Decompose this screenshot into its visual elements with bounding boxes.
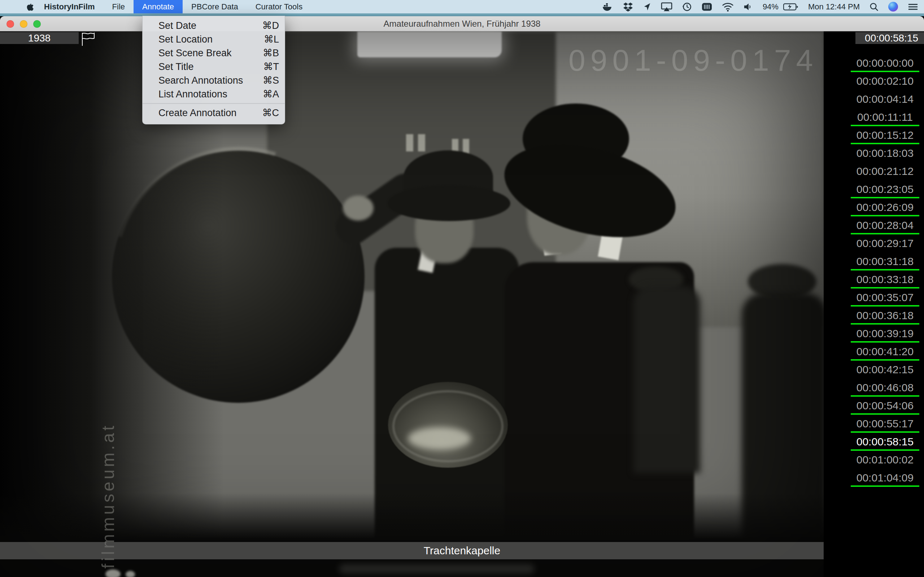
wifi-icon[interactable]: [722, 2, 734, 11]
dropbox-icon[interactable]: [623, 2, 633, 11]
menu-item-label: Create Annotation: [142, 108, 262, 119]
menu-item-set-title[interactable]: Set Title ⌘T: [142, 60, 285, 74]
timecode-row[interactable]: 00:01:04:09: [824, 469, 924, 487]
timecode-row[interactable]: 00:01:00:02: [824, 451, 924, 469]
flag-icon: [80, 31, 96, 47]
caption-text: Trachtenkapelle: [424, 542, 500, 559]
app-name[interactable]: HistoryInFilm: [40, 2, 99, 11]
year-badge: 1938: [0, 32, 79, 44]
menu-separator: [142, 103, 285, 104]
menu-item-shortcut: ⌘L: [264, 34, 285, 45]
menu-item-label: Search Annotations: [142, 75, 263, 86]
timecode-value: 00:00:39:19: [851, 327, 919, 340]
film-frame-code: 0901-09-0174: [569, 43, 824, 78]
timecode-row[interactable]: 00:00:42:15: [824, 361, 924, 379]
timecode-row[interactable]: 00:00:21:12: [824, 162, 924, 180]
timecode-value: 00:00:21:12: [851, 165, 919, 177]
timecode-value: 00:01:00:02: [851, 454, 919, 466]
video-player[interactable]: 0901-09-0174 © filmmuseum.at Trachtenkap…: [0, 31, 824, 577]
window-title: Amateuraufnahmen Wien, Frühjahr 1938: [0, 16, 924, 31]
menu-bar-left: HistoryInFilm File Annotate PBCore Data …: [0, 0, 311, 13]
time-machine-icon[interactable]: [682, 2, 692, 11]
timecode-row[interactable]: 00:00:55:17: [824, 415, 924, 433]
timecode-row[interactable]: 00:00:41:20: [824, 343, 924, 361]
menu-item-set-scene-break[interactable]: Set Scene Break ⌘B: [142, 46, 285, 60]
menu-bar-menus: File Annotate PBCore Data Curator Tools: [103, 0, 312, 13]
timecode-value: 00:00:31:18: [851, 255, 919, 268]
menu-item-shortcut: ⌘C: [262, 107, 285, 119]
timecode-value: 00:00:55:17: [851, 417, 919, 430]
timecode-value: 00:00:33:18: [851, 273, 919, 285]
timecode-row[interactable]: 00:00:46:08: [824, 379, 924, 397]
volume-icon[interactable]: [743, 2, 753, 11]
menu-item-create-annotation[interactable]: Create Annotation ⌘C: [142, 106, 285, 120]
desktop-background: [0, 13, 924, 16]
menu-item-shortcut: ⌘S: [263, 75, 285, 86]
timecode-value: 00:00:18:03: [851, 147, 919, 160]
airplay-icon[interactable]: [661, 2, 672, 11]
timecode-value: 00:00:04:14: [851, 93, 919, 105]
timecode-value: 00:00:23:05: [851, 183, 919, 195]
timecode-row[interactable]: 00:00:39:19: [824, 324, 924, 343]
scene-shape: [0, 31, 824, 577]
timecode-value: 00:00:02:10: [851, 75, 919, 87]
timecode-value: 00:00:42:15: [851, 364, 919, 376]
screen: HistoryInFilm File Annotate PBCore Data …: [0, 0, 924, 577]
menu-item-shortcut: ⌘T: [263, 61, 285, 73]
timecode-row[interactable]: 00:00:18:03: [824, 144, 924, 162]
timeline-sidebar: 00:00:58:15 00:00:00:00 00:00:02:10 00:0…: [824, 31, 924, 577]
window-title-bar: Amateuraufnahmen Wien, Frühjahr 1938: [0, 16, 924, 31]
menu-item-label: Set Location: [142, 34, 264, 45]
app-window: Amateuraufnahmen Wien, Frühjahr 1938: [0, 16, 924, 577]
timecode-row[interactable]: 00:00:02:10: [824, 72, 924, 90]
menu-bar-item-pbcore-data[interactable]: PBCore Data: [183, 0, 247, 13]
timecode-value: 00:00:46:08: [851, 382, 919, 394]
menu-item-set-date[interactable]: Set Date ⌘D: [142, 19, 285, 32]
apple-icon: [26, 2, 34, 11]
menu-item-shortcut: ⌘B: [263, 47, 285, 59]
timecode-row[interactable]: 00:00:11:11: [824, 108, 924, 126]
list-icon[interactable]: [908, 2, 918, 11]
timecode-row[interactable]: 00:00:00:00: [824, 54, 924, 72]
timecode-value: 00:00:54:06: [851, 400, 919, 412]
timecode-row[interactable]: 00:00:28:04: [824, 216, 924, 234]
location-icon[interactable]: [643, 2, 651, 11]
filmmuseum-watermark: © filmmuseum.at: [98, 280, 118, 577]
battery-icon[interactable]: [783, 2, 798, 11]
timecode-value: 00:00:11:11: [851, 111, 919, 123]
menu-item-search-annotations[interactable]: Search Annotations ⌘S: [142, 74, 285, 87]
timecode-row[interactable]: 00:00:58:15: [824, 433, 924, 451]
timecode-value: 00:00:28:04: [851, 219, 919, 232]
timecode-row[interactable]: 00:00:36:18: [824, 306, 924, 324]
current-timecode: 00:00:58:15: [855, 32, 924, 44]
menu-item-set-location[interactable]: Set Location ⌘L: [142, 32, 285, 46]
menu-item-shortcut: ⌘A: [263, 89, 285, 100]
annotate-menu-dropdown: Set Date ⌘D Set Location ⌘L Set Scene Br…: [142, 16, 285, 124]
menu-bar-item-curator-tools[interactable]: Curator Tools: [247, 0, 311, 13]
menu-bar-item-annotate[interactable]: Annotate: [134, 0, 183, 13]
timecode-value: 00:00:29:17: [851, 237, 919, 250]
timecode-row[interactable]: 00:00:04:14: [824, 90, 924, 108]
menu-bar-clock[interactable]: Mon 12:44 PM: [808, 2, 860, 11]
keyboard-icon[interactable]: [702, 2, 712, 11]
timecode-row[interactable]: 00:00:23:05: [824, 180, 924, 198]
timecode-row[interactable]: 00:00:15:12: [824, 126, 924, 144]
timecode-row[interactable]: 00:00:29:17: [824, 234, 924, 253]
timecode-row[interactable]: 00:00:54:06: [824, 397, 924, 415]
timecode-row[interactable]: 00:00:35:07: [824, 288, 924, 306]
siri-icon[interactable]: [888, 2, 898, 11]
spotlight-icon[interactable]: [869, 2, 879, 11]
menu-item-label: Set Scene Break: [142, 48, 263, 59]
apple-menu[interactable]: [26, 2, 36, 11]
timecode-row[interactable]: 00:00:31:18: [824, 253, 924, 271]
menu-item-shortcut: ⌘D: [262, 20, 285, 31]
menu-item-label: List Annotations: [142, 89, 263, 100]
menu-item-list-annotations[interactable]: List Annotations ⌘A: [142, 87, 285, 101]
timecode-list: 00:00:00:00 00:00:02:10 00:00:04:14 00:0…: [824, 54, 924, 487]
timecode-value: 00:00:36:18: [851, 309, 919, 322]
menu-bar-item-file[interactable]: File: [103, 0, 134, 13]
timecode-row[interactable]: 00:00:33:18: [824, 271, 924, 288]
timecode-row[interactable]: 00:00:26:09: [824, 198, 924, 216]
timecode-value: 00:00:26:09: [851, 201, 919, 213]
docker-icon[interactable]: [602, 2, 613, 11]
